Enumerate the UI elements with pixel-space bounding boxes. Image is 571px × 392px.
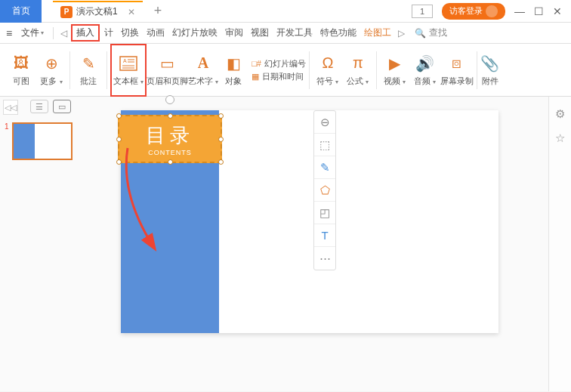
resize-handle-e[interactable]: [218, 137, 224, 142]
attachment-icon: 📎: [480, 54, 500, 73]
video-icon: ▶: [385, 54, 405, 73]
page-indicator: 1: [412, 5, 433, 18]
resize-handle-nw[interactable]: [116, 113, 122, 119]
symbol-icon: Ω: [318, 54, 338, 73]
resize-handle-sw[interactable]: [116, 159, 122, 165]
image-icon: 🖼: [11, 54, 31, 73]
outline-view-button[interactable]: ☰: [30, 100, 48, 113]
menu-devtools[interactable]: 开发工具: [273, 25, 316, 41]
file-menu[interactable]: 文件 ▾: [17, 26, 48, 39]
close-window-icon[interactable]: ✕: [553, 5, 562, 17]
wordart-icon: A: [193, 54, 213, 73]
ft-collapse-button[interactable]: ⊖: [314, 111, 335, 134]
resize-handle-n[interactable]: [168, 113, 173, 119]
home-tab[interactable]: 首页: [0, 0, 42, 23]
object-icon: ◧: [224, 54, 243, 73]
record-icon: ⧇: [447, 54, 467, 73]
comment-icon: ✎: [79, 54, 98, 73]
menu-view[interactable]: 视图: [248, 25, 272, 41]
thumbnail-panel: 1: [0, 97, 83, 391]
ribbon-slide-number[interactable]: □#幻灯片编号: [252, 58, 306, 69]
textbox-icon: A: [119, 54, 138, 73]
ft-more-button[interactable]: ⋯: [314, 247, 335, 270]
avatar-icon: [486, 5, 498, 17]
floating-toolbar: ⊖ ⬚ ✎ ⬠ ◰ T ⋯: [313, 110, 336, 270]
search-icon: 🔍: [415, 28, 426, 39]
scroll-left-icon[interactable]: ◁: [58, 28, 69, 39]
guest-login-button[interactable]: 访客登录: [442, 3, 505, 20]
menu-drawing[interactable]: 绘图工: [361, 25, 394, 41]
ribbon-header-footer[interactable]: ▭ 页眉和页脚: [147, 47, 188, 94]
document-tab[interactable]: P 演示文稿1 ✕: [53, 1, 143, 22]
header-footer-icon: ▭: [158, 54, 177, 73]
ribbon-textbox[interactable]: A 文本框 ▾: [113, 47, 144, 94]
menu-transition[interactable]: 切换: [118, 25, 142, 41]
search-button[interactable]: 🔍 查找: [415, 26, 447, 39]
slide-thumbnail-1[interactable]: [12, 122, 73, 160]
ft-brush-button[interactable]: ✎: [314, 156, 335, 179]
ribbon-symbol[interactable]: Ω 符号 ▾: [313, 47, 343, 94]
menu-slideshow[interactable]: 幻灯片放映: [169, 25, 221, 41]
resize-handle-se[interactable]: [218, 159, 224, 165]
ribbon-ketu[interactable]: 🖼 可图: [6, 47, 36, 94]
audio-icon: 🔊: [415, 54, 435, 73]
svg-text:A: A: [123, 58, 127, 63]
selected-textbox[interactable]: 目录 CONTENTS: [118, 115, 222, 163]
menu-animation[interactable]: 动画: [144, 25, 168, 41]
ribbon-video[interactable]: ▶ 视频 ▾: [380, 47, 410, 94]
slide-number-1: 1: [5, 122, 9, 160]
rotate-handle[interactable]: [165, 95, 174, 104]
ribbon-datetime[interactable]: ▦日期和时间: [252, 71, 306, 82]
more-icon: ⊕: [42, 54, 61, 73]
minimize-icon[interactable]: —: [514, 5, 525, 17]
menu-review[interactable]: 审阅: [222, 25, 246, 41]
ft-layers-button[interactable]: ⬚: [314, 134, 335, 156]
close-tab-icon[interactable]: ✕: [128, 7, 135, 17]
textbox-subtitle: CONTENTS: [148, 149, 192, 156]
presentation-icon: P: [60, 6, 73, 18]
menu-insert[interactable]: 插入: [71, 24, 100, 42]
calendar-icon: ▦: [252, 72, 259, 82]
ribbon-more[interactable]: ⊕ 更多 ▾: [36, 47, 66, 94]
scroll-right-icon[interactable]: ▷: [396, 28, 407, 39]
resize-handle-w[interactable]: [116, 137, 122, 142]
ribbon-audio[interactable]: 🔊 音频 ▾: [410, 47, 440, 94]
resize-handle-s[interactable]: [168, 159, 173, 165]
add-tab-button[interactable]: +: [154, 3, 162, 19]
ribbon-wordart[interactable]: A 艺术字 ▾: [188, 47, 218, 94]
document-title: 演示文稿1: [76, 5, 118, 18]
textbox-title: 目录: [146, 122, 194, 149]
ribbon-screen-record[interactable]: ⧇ 屏幕录制: [440, 47, 474, 94]
ribbon-object[interactable]: ◧ 对象: [218, 47, 248, 94]
favorite-icon[interactable]: ☆: [555, 131, 565, 145]
collapse-panel-button[interactable]: ◁◁: [3, 100, 18, 115]
maximize-icon[interactable]: ☐: [534, 5, 544, 17]
ribbon-attachment[interactable]: 📎 附件: [480, 47, 500, 94]
ribbon-formula[interactable]: π 公式 ▾: [343, 47, 373, 94]
ft-text-button[interactable]: T: [314, 224, 335, 247]
resize-handle-ne[interactable]: [218, 113, 224, 119]
hamburger-icon[interactable]: ≡: [6, 27, 12, 39]
formula-icon: π: [348, 54, 368, 73]
menu-design[interactable]: 计: [101, 25, 116, 41]
ribbon-comment[interactable]: ✎ 批注: [73, 47, 103, 94]
ft-crop-button[interactable]: ◰: [314, 202, 335, 224]
menu-features[interactable]: 特色功能: [317, 25, 360, 41]
settings-icon[interactable]: ⚙: [555, 107, 565, 121]
thumbnail-view-button[interactable]: ▭: [53, 100, 71, 113]
number-icon: □#: [252, 59, 261, 68]
slide-canvas[interactable]: 目录 CONTENTS: [121, 110, 498, 333]
ft-shape-button[interactable]: ⬠: [314, 179, 335, 202]
